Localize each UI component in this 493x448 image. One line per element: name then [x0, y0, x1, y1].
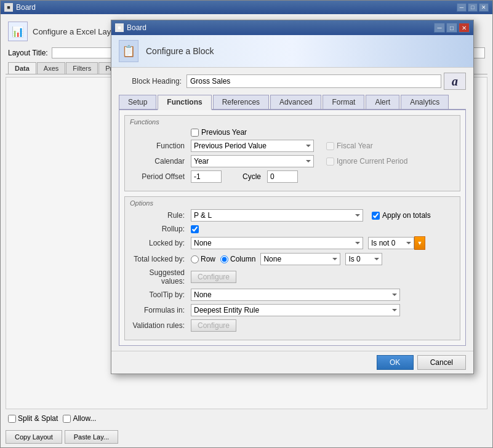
modal-minimize-btn[interactable]: ─ — [434, 23, 445, 33]
function-row: Function Previous Period Value Current V… — [130, 140, 455, 152]
is-0-select[interactable]: Is 0 Is not 0 — [345, 253, 382, 265]
rollup-label: Rollup: — [130, 225, 188, 233]
tab-content-functions: Functions Previous Year Function Previou… — [119, 110, 466, 346]
layout-title-label: Layout Title: — [8, 49, 48, 57]
validation-configure-btn[interactable]: Configure — [191, 319, 236, 332]
column-radio[interactable] — [220, 255, 228, 263]
total-locked-radio-group: Row Column — [191, 255, 255, 263]
modal-header-icon: 📋 — [119, 40, 138, 62]
rollup-row: Rollup: — [130, 225, 455, 233]
paste-layout-btn[interactable]: Paste Lay... — [65, 430, 118, 444]
formulas-in-label: Formulas in: — [130, 306, 188, 314]
outer-tab-data[interactable]: Data — [8, 62, 36, 74]
total-locked-select[interactable]: None — [260, 253, 340, 265]
locked-by-select[interactable]: None — [191, 237, 363, 249]
previous-year-checkbox[interactable] — [191, 129, 199, 137]
modal-close-btn[interactable]: ✕ — [459, 23, 470, 33]
cycle-label: Cycle — [242, 172, 261, 181]
column-radio-label[interactable]: Column — [220, 255, 255, 263]
modal-title: Board — [127, 23, 434, 32]
modal-restore-btn[interactable]: □ — [446, 23, 457, 33]
tab-references[interactable]: References — [213, 95, 269, 109]
row-radio-label[interactable]: Row — [191, 255, 215, 263]
is-not-0-select[interactable]: Is not 0 Is 0 — [368, 237, 414, 249]
allow-checkbox-label[interactable]: Allow... — [63, 414, 96, 423]
font-icon: a — [444, 73, 466, 90]
outer-bottom-btns: Copy Layout Paste Lay... — [6, 430, 487, 444]
period-offset-row: Period Offset Cycle — [130, 170, 455, 183]
suggested-values-row: Suggested values: Configure — [130, 268, 455, 286]
outer-minimize-btn[interactable]: ─ — [457, 3, 467, 12]
tab-alert[interactable]: Alert — [366, 95, 399, 109]
function-select[interactable]: Previous Period Value Current Value Next… — [191, 140, 314, 152]
rule-label: Rule: — [130, 211, 188, 220]
toolbar-icon: 📊 — [8, 22, 28, 41]
allow-label: Allow... — [73, 414, 96, 423]
modal-header: 📋 Configure a Block — [111, 35, 473, 68]
tooltip-by-label: ToolTip by: — [130, 290, 188, 299]
previous-year-row: Previous Year — [130, 128, 455, 137]
tab-analytics[interactable]: Analytics — [401, 95, 449, 109]
modal-header-title: Configure a Block — [146, 46, 214, 56]
tooltip-by-row: ToolTip by: None — [130, 289, 455, 301]
row-radio-text: Row — [201, 255, 215, 263]
ok-btn[interactable]: OK — [377, 355, 414, 370]
previous-year-checkbox-label[interactable]: Previous Year — [191, 128, 247, 137]
cycle-input[interactable] — [267, 170, 298, 183]
modal-dialog: ■ Board ─ □ ✕ 📋 Configure a Block Block … — [111, 20, 474, 374]
outer-window-title: Board — [16, 3, 455, 12]
ignore-current-period-checkbox[interactable] — [326, 158, 334, 166]
outer-toolbar-title: Configure a Excel Layo... — [33, 27, 122, 36]
modal-window-buttons: ─ □ ✕ — [434, 23, 470, 33]
outer-bottom: Split & Splat Allow... — [6, 412, 487, 425]
cancel-btn[interactable]: Cancel — [417, 355, 466, 370]
rollup-checkbox[interactable] — [191, 225, 199, 233]
copy-layout-btn[interactable]: Copy Layout — [6, 430, 62, 444]
apply-on-totals-label: Apply on totals — [382, 211, 431, 220]
options-section: Options Rule: P & L None Custom Apply on… — [124, 196, 460, 340]
fiscal-year-checkbox[interactable] — [326, 142, 334, 150]
block-heading-row: Block Heading: a — [119, 73, 466, 90]
options-section-label: Options — [130, 199, 455, 207]
row-radio[interactable] — [191, 255, 199, 263]
orange-dropdown-btn[interactable]: ▼ — [414, 236, 425, 250]
calendar-select[interactable]: Year Quarter Month Week Day — [191, 155, 314, 167]
tab-format[interactable]: Format — [323, 95, 364, 109]
suggested-values-label: Suggested values: — [130, 268, 188, 286]
block-heading-label: Block Heading: — [119, 77, 186, 86]
formulas-in-row: Formulas in: Deepest Entity Rule — [130, 304, 455, 316]
outer-tab-filters[interactable]: Filters — [66, 62, 98, 74]
split-splat-checkbox[interactable] — [8, 415, 16, 423]
fiscal-year-label: Fiscal Year — [337, 142, 373, 150]
modal-tabs: Setup Functions References Advanced Form… — [119, 95, 466, 110]
outer-window-icon: ■ — [4, 3, 13, 12]
calendar-label: Calendar — [130, 157, 188, 166]
apply-on-totals-checkbox[interactable] — [372, 212, 380, 220]
outer-close-btn[interactable]: ✕ — [479, 3, 489, 12]
period-offset-input[interactable] — [191, 170, 222, 183]
formulas-in-select[interactable]: Deepest Entity Rule — [191, 304, 400, 316]
outer-maximize-btn[interactable]: □ — [468, 3, 478, 12]
block-heading-input[interactable] — [186, 74, 441, 88]
total-locked-by-row: Total locked by: Row Column None — [130, 253, 455, 265]
suggested-values-configure-btn[interactable]: Configure — [191, 271, 236, 283]
previous-year-label: Previous Year — [201, 128, 247, 137]
tab-functions[interactable]: Functions — [158, 95, 211, 110]
split-splat-label: Split & Splat — [18, 414, 58, 423]
allow-checkbox[interactable] — [63, 415, 71, 423]
total-locked-by-label: Total locked by: — [130, 255, 188, 263]
tab-setup[interactable]: Setup — [119, 95, 156, 109]
period-offset-label: Period Offset — [130, 172, 188, 181]
ignore-current-period-label: Ignore Current Period — [337, 157, 407, 166]
locked-by-row: Locked by: None Is not 0 Is 0 ▼ — [130, 236, 455, 250]
validation-rules-row: Validation rules: Configure — [130, 319, 455, 332]
outer-titlebar: ■ Board ─ □ ✕ — [1, 1, 492, 14]
functions-section-label: Functions — [130, 118, 455, 126]
tooltip-by-select[interactable]: None — [191, 289, 400, 301]
column-radio-text: Column — [230, 255, 255, 263]
tab-advanced[interactable]: Advanced — [270, 95, 321, 109]
split-splat-checkbox-label[interactable]: Split & Splat — [8, 414, 58, 423]
outer-tab-axes[interactable]: Axes — [37, 62, 65, 74]
rule-select[interactable]: P & L None Custom — [191, 209, 363, 222]
functions-section: Functions Previous Year Function Previou… — [124, 115, 460, 191]
